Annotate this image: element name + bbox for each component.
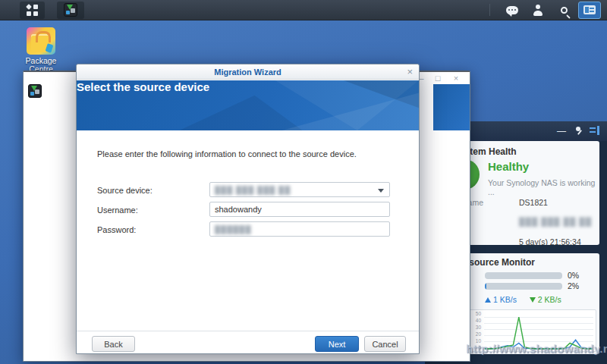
dialog-title: Migration Wizard xyxy=(77,64,419,80)
window-close-button[interactable]: × xyxy=(447,74,465,83)
chart-plot-area xyxy=(484,312,593,350)
upload-arrow-icon xyxy=(485,297,491,303)
user-icon xyxy=(533,5,543,16)
migration-assistant-icon xyxy=(64,3,77,17)
main-menu-icon xyxy=(27,5,38,16)
migration-assistant-tray-button[interactable] xyxy=(57,2,84,19)
username-field[interactable] xyxy=(209,202,390,217)
taskbar-right xyxy=(482,0,607,20)
cancel-button[interactable]: Cancel xyxy=(364,336,406,352)
download-speed: 2 KB/s xyxy=(538,295,561,304)
health-description: Your Synology NAS is working ... xyxy=(488,178,599,196)
main-menu-button[interactable] xyxy=(20,2,45,19)
ram-usage-fill xyxy=(485,283,486,290)
package-center-icon xyxy=(27,27,55,55)
window-app-icon xyxy=(28,84,42,98)
health-status: Healthy xyxy=(488,160,529,173)
uptime-value: 5 day(s) 21:56:34 xyxy=(519,237,581,245)
cpu-usage-bar xyxy=(485,272,562,279)
cpu-usage-percent: 0% xyxy=(568,271,579,280)
dialog-titlebar[interactable]: Migration Wizard × xyxy=(77,64,419,80)
chevron-down-icon xyxy=(378,189,384,193)
ip-address-value: ███ ███ ██ ██ xyxy=(519,217,592,226)
panel-dock-icon[interactable] xyxy=(590,126,600,135)
username-label: Username: xyxy=(97,206,138,215)
search-icon xyxy=(561,7,568,14)
ram-usage-percent: 2% xyxy=(568,281,579,290)
package-center-shortcut[interactable]: Package Centre xyxy=(17,27,65,74)
window-maximize-button[interactable]: □ xyxy=(429,74,447,83)
panel-minimize-button[interactable]: — xyxy=(555,126,568,136)
search-button[interactable] xyxy=(552,2,575,19)
step-heading: Select the source device xyxy=(77,80,419,130)
taskbar xyxy=(0,0,607,20)
user-menu-button[interactable] xyxy=(527,2,549,19)
dialog-banner: Select the source device xyxy=(77,80,419,130)
upload-speed: 1 KB/s xyxy=(493,295,517,304)
chat-bubble-icon xyxy=(506,6,518,14)
dialog-footer: Back Next Cancel xyxy=(77,331,419,353)
source-device-value: ███ ███ ███ ██ xyxy=(215,186,291,194)
password-label: Password: xyxy=(97,225,136,234)
migration-wizard-dialog: Migration Wizard × Select the source dev… xyxy=(76,64,420,354)
password-field[interactable]: ██████ xyxy=(209,221,390,237)
download-arrow-icon xyxy=(530,297,536,303)
notifications-button[interactable] xyxy=(501,2,524,19)
next-button[interactable]: Next xyxy=(315,336,359,352)
ram-usage-bar xyxy=(485,283,562,290)
network-traffic: 1 KB/s 2 KB/s xyxy=(485,295,561,304)
widgets-icon xyxy=(583,5,596,14)
chart-lines xyxy=(484,312,593,350)
source-device-label: Source device: xyxy=(97,186,153,195)
password-value: ██████ xyxy=(215,225,252,234)
window-banner-sliver xyxy=(433,84,470,130)
back-button[interactable]: Back xyxy=(92,336,135,352)
widgets-button[interactable] xyxy=(578,2,601,19)
pin-icon[interactable] xyxy=(574,126,586,136)
server-name-value: DS1821 xyxy=(519,198,548,207)
source-device-dropdown[interactable]: ███ ███ ███ ██ xyxy=(209,182,390,197)
instruction-text: Please enter the following information t… xyxy=(97,149,357,158)
dialog-close-icon[interactable]: × xyxy=(407,64,413,80)
taskbar-separator xyxy=(489,4,490,16)
